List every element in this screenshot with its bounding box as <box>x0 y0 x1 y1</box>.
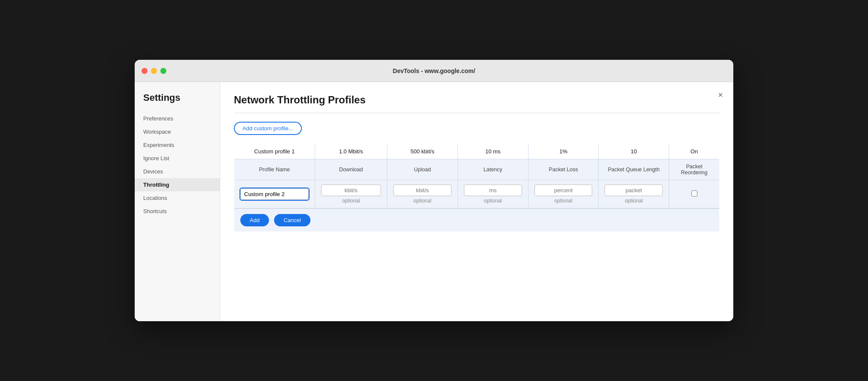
window-title: DevTools - www.google.com/ <box>393 67 475 74</box>
close-button[interactable]: × <box>718 91 723 99</box>
page-title: Network Throttling Profiles <box>234 94 720 106</box>
new-packet-queue-cell: optional <box>599 180 669 208</box>
sidebar-item-devices[interactable]: Devices <box>135 165 220 178</box>
sidebar-title: Settings <box>135 92 220 112</box>
maximize-traffic-light[interactable] <box>160 68 166 74</box>
packet-reordering-checkbox[interactable] <box>691 190 697 196</box>
header-download: Download <box>315 159 387 180</box>
new-profile-row: optional optional optional <box>234 180 720 208</box>
main-content: × Network Throttling Profiles Add custom… <box>220 82 733 321</box>
close-traffic-light[interactable] <box>142 68 148 74</box>
packet-loss-input[interactable] <box>534 185 593 196</box>
header-packet-loss: Packet Loss <box>528 159 599 180</box>
titlebar: DevTools - www.google.com/ <box>135 60 733 82</box>
latency-wrapper: optional <box>464 185 522 204</box>
sidebar: Settings Preferences Workspace Experimen… <box>135 82 220 321</box>
cancel-button[interactable]: Cancel <box>274 214 310 226</box>
window-body: Settings Preferences Workspace Experimen… <box>135 82 733 321</box>
packet-queue-optional-label: optional <box>605 198 663 204</box>
packet-loss-wrapper: optional <box>534 185 593 204</box>
section-divider <box>234 113 720 113</box>
existing-profile-row: Custom profile 1 1.0 Mbit/s 500 kbit/s 1… <box>234 144 720 159</box>
sidebar-item-throttling[interactable]: Throttling <box>135 178 220 191</box>
header-profile-name: Profile Name <box>234 159 315 180</box>
latency-input[interactable] <box>464 185 522 196</box>
existing-profile-upload: 500 kbit/s <box>387 144 458 159</box>
new-profile-name-cell <box>234 180 315 208</box>
sidebar-item-shortcuts[interactable]: Shortcuts <box>135 205 220 218</box>
add-button[interactable]: Add <box>240 214 269 226</box>
table-header-row: Profile Name Download Upload Latency Pac… <box>234 159 720 180</box>
new-latency-cell: optional <box>458 180 528 208</box>
header-packet-queue-length: Packet Queue Length <box>599 159 669 180</box>
sidebar-item-experiments[interactable]: Experiments <box>135 138 220 152</box>
profiles-table: Custom profile 1 1.0 Mbit/s 500 kbit/s 1… <box>234 144 720 232</box>
minimize-traffic-light[interactable] <box>151 68 157 74</box>
download-input[interactable] <box>321 185 381 196</box>
button-row-container: Add Cancel <box>234 208 719 232</box>
packet-queue-wrapper: optional <box>605 185 663 204</box>
download-wrapper: optional <box>321 185 381 204</box>
sidebar-item-preferences[interactable]: Preferences <box>135 112 220 125</box>
latency-optional-label: optional <box>464 198 522 204</box>
download-optional-label: optional <box>321 198 381 204</box>
header-upload: Upload <box>387 159 458 180</box>
add-custom-profile-button[interactable]: Add custom profile... <box>234 122 302 135</box>
header-packet-reordering: Packet Reordering <box>669 159 720 180</box>
packet-loss-optional-label: optional <box>534 198 593 204</box>
packet-queue-input[interactable] <box>605 185 663 196</box>
upload-optional-label: optional <box>393 198 452 204</box>
existing-profile-latency: 10 ms <box>458 144 528 159</box>
button-row: Add Cancel <box>234 208 720 232</box>
header-latency: Latency <box>458 159 528 180</box>
existing-profile-packet-loss: 1% <box>528 144 599 159</box>
sidebar-item-ignore-list[interactable]: Ignore List <box>135 152 220 165</box>
sidebar-item-workspace[interactable]: Workspace <box>135 125 220 138</box>
profile-name-input[interactable] <box>240 188 309 200</box>
new-download-cell: optional <box>315 180 387 208</box>
new-packet-reordering-cell <box>669 180 720 208</box>
existing-profile-name: Custom profile 1 <box>234 144 315 159</box>
devtools-window: DevTools - www.google.com/ Settings Pref… <box>135 60 733 321</box>
new-packet-loss-cell: optional <box>528 180 599 208</box>
traffic-lights <box>142 68 166 74</box>
sidebar-item-locations[interactable]: Locations <box>135 191 220 205</box>
existing-profile-packet-queue: 10 <box>599 144 669 159</box>
button-row-cell: Add Cancel <box>234 208 720 232</box>
new-upload-cell: optional <box>387 180 458 208</box>
existing-profile-packet-reordering: On <box>669 144 720 159</box>
upload-wrapper: optional <box>393 185 452 204</box>
upload-input[interactable] <box>393 185 452 196</box>
existing-profile-download: 1.0 Mbit/s <box>315 144 387 159</box>
